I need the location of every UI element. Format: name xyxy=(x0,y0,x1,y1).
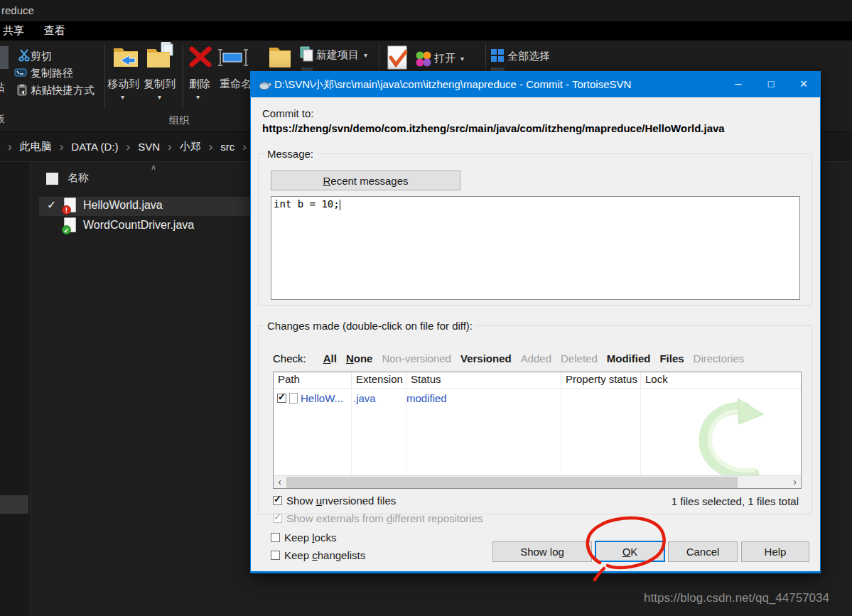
chevron-icon: › xyxy=(60,140,64,154)
menu-tab-share[interactable]: 共享 xyxy=(3,24,24,38)
select-all-button[interactable]: 全部选择 xyxy=(507,50,550,63)
chevron-icon: › xyxy=(242,140,247,154)
scroll-right-icon[interactable]: › xyxy=(789,476,801,488)
files-summary: 1 files selected, 1 files total xyxy=(672,495,799,507)
filter-versioned[interactable]: Versioned xyxy=(460,352,512,364)
copy-path-button[interactable]: 复制路径 xyxy=(31,67,73,80)
breadcrumb-svn[interactable]: SVN xyxy=(138,141,160,153)
breadcrumb-user[interactable]: 小郑 xyxy=(180,140,201,153)
chevron-icon: › xyxy=(209,140,213,154)
new-folder-icon[interactable] xyxy=(268,42,292,70)
filter-files[interactable]: Files xyxy=(659,352,684,364)
commit-to-label: Commit to: xyxy=(262,107,314,119)
column-header-property-status[interactable]: Property status xyxy=(561,372,641,388)
changes-legend: Changes made (double-click on file for d… xyxy=(264,320,475,332)
delete-dropdown-icon[interactable]: ▾ xyxy=(196,93,200,101)
close-button[interactable]: × xyxy=(787,72,820,97)
move-to-icon[interactable] xyxy=(112,44,139,70)
move-to-button[interactable]: 移动到 xyxy=(107,77,139,91)
new-item-button[interactable]: 新建项目 xyxy=(316,48,359,62)
recent-messages-label: ecent messages xyxy=(330,175,408,187)
commit-url: https://zheng/svn/demo/com.itzheng/src/m… xyxy=(262,122,725,134)
chevron-icon: › xyxy=(8,140,12,154)
copy-path-icon xyxy=(14,68,27,77)
filter-all[interactable]: All xyxy=(323,352,337,364)
sort-ascending-icon[interactable]: ∧ xyxy=(151,163,156,172)
cell-status: modified xyxy=(406,392,447,404)
file-row-wordcountdriver[interactable]: WordCountDriver.java xyxy=(83,219,194,232)
clipboard-partial-icon xyxy=(0,46,9,69)
horizontal-scrollbar[interactable]: ‹ › xyxy=(274,475,801,488)
filter-non-versioned[interactable]: Non-versioned xyxy=(382,352,451,364)
rename-button[interactable]: 重命名 xyxy=(220,77,252,91)
ribbon-paste-partial-label[interactable]: 贴 xyxy=(0,81,4,94)
menu-tab-view[interactable]: 查看 xyxy=(44,24,65,38)
column-header-path[interactable]: Path xyxy=(274,372,352,388)
show-log-button[interactable]: Show log xyxy=(492,541,592,562)
changes-table: Path Extension Status Property status Lo… xyxy=(273,372,802,489)
scroll-left-icon[interactable]: ‹ xyxy=(274,476,286,488)
filter-added[interactable]: Added xyxy=(521,352,551,364)
new-item-dropdown-icon[interactable]: ▾ xyxy=(364,51,367,59)
explorer-window-title: reduce xyxy=(1,4,34,16)
column-header-extension[interactable]: Extension xyxy=(352,372,406,388)
nav-pane-selected-item[interactable] xyxy=(0,495,28,514)
column-header-lock[interactable]: Lock xyxy=(641,372,801,388)
breadcrumb-drive[interactable]: DATA (D:) xyxy=(71,141,118,153)
copy-to-icon[interactable] xyxy=(146,42,176,70)
tortoisesvn-icon xyxy=(257,78,271,91)
cell-path: HelloW... xyxy=(301,392,352,404)
rename-icon[interactable] xyxy=(217,48,249,67)
delete-button[interactable]: 删除 xyxy=(189,77,210,91)
explorer-menubar: 共享 查看 xyxy=(0,21,852,40)
message-group: Message: Recent messages int b = 10; xyxy=(258,148,812,306)
row-checkbox[interactable]: ✓ xyxy=(277,394,286,403)
checkbox-disabled: ✓ xyxy=(273,514,282,523)
new-item-icon xyxy=(300,46,314,62)
filter-directories[interactable]: Directories xyxy=(694,352,745,364)
explorer-titlebar: reduce xyxy=(0,0,852,21)
keep-changelists-checkbox[interactable]: Keep changelists xyxy=(271,549,365,561)
move-to-dropdown-icon[interactable]: ▾ xyxy=(121,93,124,101)
show-externals-checkbox[interactable]: ✓ Show externals from different reposito… xyxy=(273,512,483,524)
check-label: Check: xyxy=(273,352,306,364)
recent-messages-accel: R xyxy=(323,175,330,187)
ribbon-separator xyxy=(379,43,379,70)
filter-deleted[interactable]: Deleted xyxy=(561,352,598,364)
cancel-button[interactable]: Cancel xyxy=(668,541,738,562)
recent-messages-button[interactable]: Recent messages xyxy=(271,171,460,190)
check-filter-row: Check: All None Non-versioned Versioned … xyxy=(273,352,744,364)
row-checkbox-checked-icon[interactable]: ✓ xyxy=(47,198,56,212)
copy-to-button[interactable]: 复制到 xyxy=(144,77,176,91)
table-header: Path Extension Status Property status Lo… xyxy=(274,372,801,389)
breadcrumb-this-pc[interactable]: 此电脑 xyxy=(20,140,52,153)
open-button[interactable]: 打开 xyxy=(434,52,455,65)
open-dropdown-icon[interactable]: ▾ xyxy=(460,55,464,63)
scrollbar-thumb[interactable] xyxy=(286,477,738,488)
table-row[interactable]: ✓ HelloW... .java modified xyxy=(274,390,447,406)
open-pinwheel-icon xyxy=(415,50,432,67)
show-unversioned-checkbox[interactable]: ✓ Show unversioned files xyxy=(273,495,396,507)
delete-icon[interactable] xyxy=(188,45,213,68)
maximize-button[interactable]: □ xyxy=(755,72,787,97)
file-row-helloworld[interactable]: HelloWorld.java xyxy=(83,199,163,212)
dialog-titlebar[interactable]: D:\SVN\小郑\src\main\java\com\itzheng\mapr… xyxy=(251,72,820,97)
cut-button[interactable]: 剪切 xyxy=(31,50,52,63)
checkbox xyxy=(271,533,280,542)
column-header-status[interactable]: Status xyxy=(406,372,561,388)
copy-to-dropdown-icon[interactable]: ▾ xyxy=(158,93,161,101)
filter-modified[interactable]: Modified xyxy=(607,352,651,364)
commit-message-input[interactable]: int b = 10; xyxy=(271,196,800,300)
select-all-checkbox[interactable] xyxy=(46,173,58,185)
name-column-header[interactable]: 名称 xyxy=(68,171,89,185)
ok-button[interactable]: OK xyxy=(595,541,665,562)
select-all-icon xyxy=(491,49,505,63)
minimize-button[interactable]: – xyxy=(722,72,755,97)
help-button[interactable]: Help xyxy=(741,541,809,562)
ribbon-separator xyxy=(485,43,486,70)
svn-uptodate-badge-icon: ✓ xyxy=(62,225,71,234)
breadcrumb-src[interactable]: src xyxy=(220,141,234,153)
filter-none[interactable]: None xyxy=(346,352,373,364)
keep-locks-checkbox[interactable]: Keep locks xyxy=(271,531,336,544)
paste-shortcut-button[interactable]: 粘贴快捷方式 xyxy=(31,84,95,97)
